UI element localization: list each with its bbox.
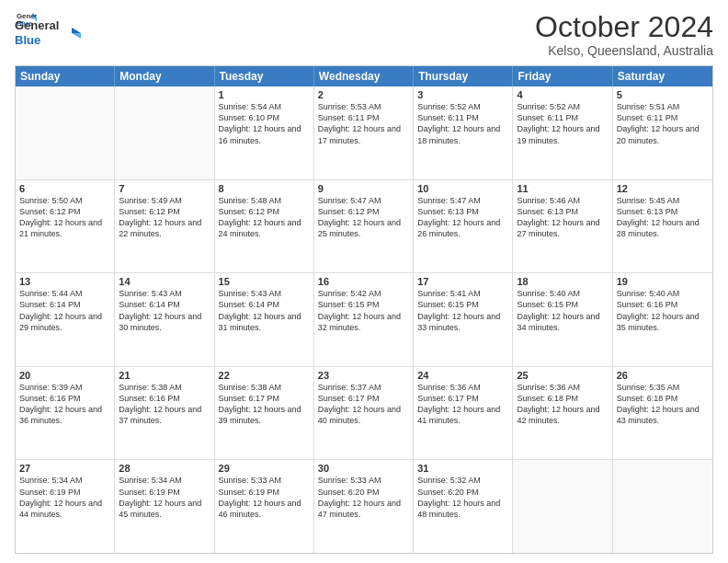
day-info: Sunrise: 5:36 AM Sunset: 6:18 PM Dayligh… — [517, 382, 608, 427]
day-info: Sunrise: 5:35 AM Sunset: 6:18 PM Dayligh… — [617, 382, 709, 427]
day-number: 27 — [19, 463, 110, 474]
day-number: 8 — [219, 183, 310, 194]
day-number: 13 — [19, 276, 110, 287]
day-info: Sunrise: 5:34 AM Sunset: 6:19 PM Dayligh… — [119, 475, 210, 520]
calendar: SundayMondayTuesdayWednesdayThursdayFrid… — [15, 65, 713, 554]
day-info: Sunrise: 5:54 AM Sunset: 6:10 PM Dayligh… — [219, 101, 310, 146]
day-info: Sunrise: 5:36 AM Sunset: 6:17 PM Dayligh… — [417, 382, 508, 427]
day-info: Sunrise: 5:33 AM Sunset: 6:20 PM Dayligh… — [318, 475, 409, 520]
logo-bird-icon — [63, 24, 81, 42]
day-info: Sunrise: 5:38 AM Sunset: 6:17 PM Dayligh… — [219, 382, 310, 427]
calendar-row-1: 1Sunrise: 5:54 AM Sunset: 6:10 PM Daylig… — [16, 86, 712, 179]
day-info: Sunrise: 5:52 AM Sunset: 6:11 PM Dayligh… — [417, 101, 508, 146]
calendar-cell: 28Sunrise: 5:34 AM Sunset: 6:19 PM Dayli… — [115, 460, 214, 553]
logo-line2: Blue — [15, 33, 59, 48]
day-info: Sunrise: 5:49 AM Sunset: 6:12 PM Dayligh… — [119, 195, 210, 240]
header-day-thursday: Thursday — [414, 66, 513, 86]
calendar-cell — [613, 460, 712, 553]
day-number: 26 — [617, 370, 709, 381]
calendar-cell: 23Sunrise: 5:37 AM Sunset: 6:17 PM Dayli… — [314, 367, 414, 460]
day-info: Sunrise: 5:47 AM Sunset: 6:12 PM Dayligh… — [318, 195, 409, 240]
calendar-cell: 17Sunrise: 5:41 AM Sunset: 6:15 PM Dayli… — [414, 273, 513, 366]
calendar-cell: 4Sunrise: 5:52 AM Sunset: 6:11 PM Daylig… — [513, 86, 612, 179]
day-number: 22 — [219, 370, 310, 381]
header: General Blue General Blue — [15, 11, 713, 58]
day-info: Sunrise: 5:45 AM Sunset: 6:13 PM Dayligh… — [617, 195, 709, 240]
day-number: 17 — [417, 276, 508, 287]
day-number: 28 — [119, 463, 210, 474]
calendar-cell: 16Sunrise: 5:42 AM Sunset: 6:15 PM Dayli… — [314, 273, 414, 366]
logo-line1: General — [15, 18, 59, 33]
calendar-cell: 5Sunrise: 5:51 AM Sunset: 6:11 PM Daylig… — [613, 86, 712, 179]
calendar-cell: 22Sunrise: 5:38 AM Sunset: 6:17 PM Dayli… — [215, 367, 314, 460]
header-day-sunday: Sunday — [16, 66, 115, 86]
calendar-cell: 8Sunrise: 5:48 AM Sunset: 6:12 PM Daylig… — [215, 180, 314, 273]
calendar-cell: 9Sunrise: 5:47 AM Sunset: 6:12 PM Daylig… — [314, 180, 414, 273]
day-number: 12 — [617, 183, 709, 194]
calendar-cell: 21Sunrise: 5:38 AM Sunset: 6:16 PM Dayli… — [115, 367, 214, 460]
calendar-cell: 25Sunrise: 5:36 AM Sunset: 6:18 PM Dayli… — [513, 367, 612, 460]
day-info: Sunrise: 5:39 AM Sunset: 6:16 PM Dayligh… — [19, 382, 110, 427]
day-number: 16 — [318, 276, 409, 287]
calendar-cell: 11Sunrise: 5:46 AM Sunset: 6:13 PM Dayli… — [513, 180, 612, 273]
header-day-saturday: Saturday — [613, 66, 712, 86]
day-info: Sunrise: 5:44 AM Sunset: 6:14 PM Dayligh… — [19, 288, 110, 333]
day-info: Sunrise: 5:40 AM Sunset: 6:16 PM Dayligh… — [617, 288, 709, 333]
day-number: 9 — [318, 183, 409, 194]
calendar-header: SundayMondayTuesdayWednesdayThursdayFrid… — [16, 66, 712, 86]
day-number: 21 — [119, 370, 210, 381]
day-info: Sunrise: 5:34 AM Sunset: 6:19 PM Dayligh… — [19, 475, 110, 520]
day-number: 18 — [517, 276, 608, 287]
calendar-cell: 7Sunrise: 5:49 AM Sunset: 6:12 PM Daylig… — [115, 180, 214, 273]
day-info: Sunrise: 5:47 AM Sunset: 6:13 PM Dayligh… — [417, 195, 508, 240]
svg-marker-4 — [72, 28, 81, 33]
day-number: 5 — [617, 89, 709, 100]
calendar-cell: 26Sunrise: 5:35 AM Sunset: 6:18 PM Dayli… — [613, 367, 712, 460]
calendar-body: 1Sunrise: 5:54 AM Sunset: 6:10 PM Daylig… — [16, 86, 712, 553]
calendar-cell: 13Sunrise: 5:44 AM Sunset: 6:14 PM Dayli… — [16, 273, 115, 366]
day-number: 3 — [417, 89, 508, 100]
header-day-wednesday: Wednesday — [314, 66, 414, 86]
day-info: Sunrise: 5:51 AM Sunset: 6:11 PM Dayligh… — [617, 101, 709, 146]
calendar-cell: 30Sunrise: 5:33 AM Sunset: 6:20 PM Dayli… — [314, 460, 414, 553]
calendar-cell: 15Sunrise: 5:43 AM Sunset: 6:14 PM Dayli… — [215, 273, 314, 366]
calendar-cell: 12Sunrise: 5:45 AM Sunset: 6:13 PM Dayli… — [613, 180, 712, 273]
day-number: 15 — [219, 276, 310, 287]
calendar-row-4: 20Sunrise: 5:39 AM Sunset: 6:16 PM Dayli… — [16, 366, 712, 460]
calendar-cell: 14Sunrise: 5:43 AM Sunset: 6:14 PM Dayli… — [115, 273, 214, 366]
page: General Blue General Blue — [0, 0, 728, 563]
day-number: 20 — [19, 370, 110, 381]
day-number: 31 — [417, 463, 508, 474]
calendar-cell: 20Sunrise: 5:39 AM Sunset: 6:16 PM Dayli… — [16, 367, 115, 460]
calendar-cell — [16, 86, 115, 179]
day-number: 10 — [417, 183, 508, 194]
calendar-cell: 31Sunrise: 5:32 AM Sunset: 6:20 PM Dayli… — [414, 460, 513, 553]
day-number: 6 — [19, 183, 110, 194]
day-number: 29 — [219, 463, 310, 474]
day-info: Sunrise: 5:32 AM Sunset: 6:20 PM Dayligh… — [417, 475, 508, 520]
day-number: 1 — [219, 89, 310, 100]
day-number: 25 — [517, 370, 608, 381]
day-number: 2 — [318, 89, 409, 100]
day-number: 30 — [318, 463, 409, 474]
calendar-cell: 19Sunrise: 5:40 AM Sunset: 6:16 PM Dayli… — [613, 273, 712, 366]
day-number: 24 — [417, 370, 508, 381]
day-info: Sunrise: 5:40 AM Sunset: 6:15 PM Dayligh… — [517, 288, 608, 333]
day-info: Sunrise: 5:38 AM Sunset: 6:16 PM Dayligh… — [119, 382, 210, 427]
header-day-friday: Friday — [513, 66, 612, 86]
day-info: Sunrise: 5:52 AM Sunset: 6:11 PM Dayligh… — [517, 101, 608, 146]
calendar-cell: 29Sunrise: 5:33 AM Sunset: 6:19 PM Dayli… — [215, 460, 314, 553]
calendar-cell: 6Sunrise: 5:50 AM Sunset: 6:12 PM Daylig… — [16, 180, 115, 273]
day-info: Sunrise: 5:46 AM Sunset: 6:13 PM Dayligh… — [517, 195, 608, 240]
day-info: Sunrise: 5:41 AM Sunset: 6:15 PM Dayligh… — [417, 288, 508, 333]
day-number: 14 — [119, 276, 210, 287]
day-number: 23 — [318, 370, 409, 381]
header-day-monday: Monday — [115, 66, 214, 86]
calendar-row-3: 13Sunrise: 5:44 AM Sunset: 6:14 PM Dayli… — [16, 272, 712, 366]
logo: General Blue General Blue — [15, 11, 81, 47]
calendar-cell: 18Sunrise: 5:40 AM Sunset: 6:15 PM Dayli… — [513, 273, 612, 366]
calendar-row-5: 27Sunrise: 5:34 AM Sunset: 6:19 PM Dayli… — [16, 459, 712, 553]
day-number: 19 — [617, 276, 709, 287]
calendar-cell: 1Sunrise: 5:54 AM Sunset: 6:10 PM Daylig… — [215, 86, 314, 179]
day-info: Sunrise: 5:53 AM Sunset: 6:11 PM Dayligh… — [318, 101, 409, 146]
